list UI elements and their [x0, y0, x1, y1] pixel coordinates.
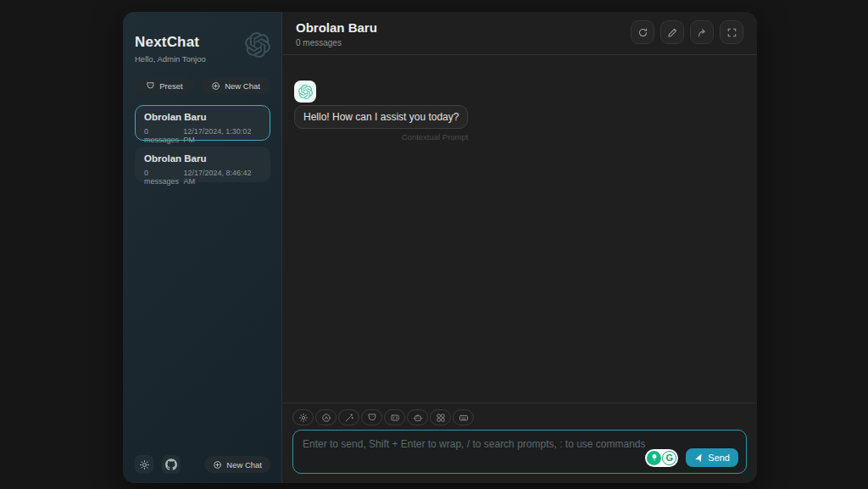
lightbulb-icon [647, 451, 661, 465]
github-button[interactable] [162, 455, 181, 474]
preset-button[interactable]: Preset [135, 77, 194, 94]
chat-item-count: 0 messages [144, 169, 183, 186]
chat-title: Obrolan Baru [296, 20, 377, 35]
fullscreen-icon [726, 27, 737, 38]
send-button[interactable]: Send [686, 448, 738, 467]
chat-list-item-1[interactable]: Obrolan Baru 0 messages 12/17/2024, 1:30… [135, 105, 270, 141]
openai-avatar-icon [298, 85, 313, 99]
plus-circle-icon [213, 460, 222, 470]
theme-button[interactable] [315, 409, 337, 425]
assistant-message-bubble: Hello! How can I assist you today? [294, 105, 468, 129]
prompts-button[interactable] [338, 409, 359, 425]
chat-body: Hello! How can I assist you today? Conte… [282, 55, 757, 403]
plugins-icon [436, 413, 446, 423]
nextchat-window: NextChat Hello, Admin Tonjoo Preset New … [123, 12, 757, 483]
chat-header: Obrolan Baru 0 messages [282, 12, 757, 55]
reload-button[interactable] [631, 20, 654, 44]
chat-message-count: 0 messages [296, 38, 377, 47]
github-icon [165, 458, 177, 470]
new-chat-button-top[interactable]: New Chat [201, 77, 270, 94]
share-button[interactable] [690, 20, 714, 44]
chat-item-title: Obrolan Baru [144, 112, 261, 122]
chat-item-title: Obrolan Baru [144, 153, 261, 164]
rename-button[interactable] [660, 20, 684, 44]
reload-icon [637, 27, 648, 38]
assistant-avatar [294, 81, 316, 103]
assistant-message: Hello! How can I assist you today? Conte… [294, 81, 745, 143]
chat-settings-button[interactable] [292, 409, 314, 425]
grammarly-widget[interactable]: G [645, 449, 678, 467]
gear-icon [298, 413, 309, 423]
shortcuts-button[interactable] [453, 409, 474, 425]
send-button-label: Send [708, 453, 730, 463]
paper-plane-icon [694, 453, 704, 463]
chat-item-date: 12/17/2024, 1:30:02 PM [183, 127, 261, 144]
composer-area: G Send [282, 403, 757, 483]
model-button[interactable] [407, 409, 428, 425]
chat-item-count: 0 messages [144, 127, 183, 144]
preset-button-label: Preset [159, 81, 182, 91]
wand-icon [344, 413, 354, 423]
chat-list: Obrolan Baru 0 messages 12/17/2024, 1:30… [135, 105, 270, 182]
sidebar-footer: New Chat [135, 455, 270, 474]
clear-context-icon [390, 413, 400, 423]
new-chat-button-bottom[interactable]: New Chat [204, 456, 270, 473]
plus-circle-icon [211, 81, 220, 91]
composer: G Send [292, 430, 747, 474]
fullscreen-button[interactable] [720, 20, 743, 44]
clear-context-button[interactable] [384, 409, 405, 425]
masks-button[interactable] [361, 409, 382, 425]
mask-icon [146, 81, 155, 91]
header-actions [631, 20, 743, 44]
sidebar-actions: Preset New Chat [135, 77, 270, 94]
new-chat-bottom-label: New Chat [226, 460, 262, 470]
chat-item-date: 12/17/2024, 8:46:42 AM [183, 169, 261, 186]
new-chat-button-label: New Chat [225, 81, 260, 91]
grammarly-icon: G [662, 451, 676, 465]
sidebar: NextChat Hello, Admin Tonjoo Preset New … [123, 12, 282, 483]
openai-logo-icon [245, 32, 270, 58]
theme-icon [321, 413, 331, 423]
gear-icon [139, 459, 150, 470]
chat-list-item-2[interactable]: Obrolan Baru 0 messages 12/17/2024, 8:46… [135, 147, 270, 182]
composer-toolbar [292, 409, 747, 425]
mask-icon [367, 413, 377, 423]
chat-pane: Obrolan Baru 0 messages [282, 12, 757, 483]
share-icon [697, 27, 708, 38]
settings-button[interactable] [135, 455, 153, 474]
context-prompt-label: Contextual Prompt [294, 132, 468, 142]
edit-icon [667, 27, 678, 38]
plugins-button[interactable] [430, 409, 451, 425]
keyboard-icon [459, 413, 469, 423]
robot-icon [413, 413, 423, 423]
